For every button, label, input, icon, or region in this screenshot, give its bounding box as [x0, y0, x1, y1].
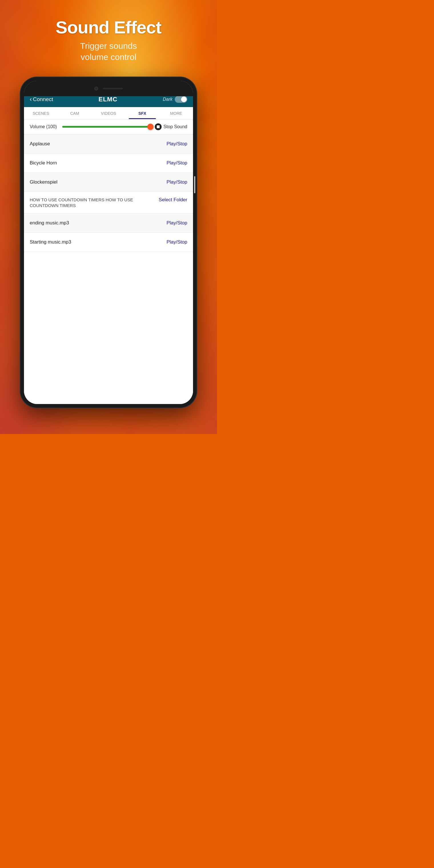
tab-sfx-label: SFX: [138, 111, 146, 116]
sound-name-starting-music: Starting music.mp3: [30, 239, 162, 245]
sound-item-applause: Applause Play/Stop: [24, 134, 193, 154]
sound-item-starting-music: Starting music.mp3 Play/Stop: [24, 233, 193, 252]
phone-camera: [94, 87, 98, 91]
app-title: ELMC: [98, 96, 117, 103]
volume-row: Volume (100) Stop Sound: [24, 119, 193, 134]
play-stop-starting-music[interactable]: Play/Stop: [166, 239, 187, 245]
sound-item-ending-music: ending music.mp3 Play/Stop: [24, 214, 193, 233]
sound-list: Applause Play/Stop Bicycle Horn Play/Sto…: [24, 134, 193, 404]
volume-slider[interactable]: [62, 126, 151, 128]
dark-label: Dark: [163, 97, 173, 102]
sound-name-ending-music: ending music.mp3: [30, 220, 162, 226]
back-button[interactable]: ‹ Connect: [30, 96, 53, 103]
phone-device: 12:51 ▲ ‹ Connect ELMC Dark: [20, 77, 197, 408]
stop-icon-square: [157, 125, 160, 128]
tab-cam[interactable]: CAM: [58, 107, 91, 119]
tab-scenes-label: SCENES: [33, 111, 49, 116]
tab-scenes[interactable]: SCENES: [24, 107, 58, 119]
sound-item-glockenspiel: Glockenspiel Play/Stop: [24, 173, 193, 192]
sound-name-bicycle-horn: Bicycle Horn: [30, 160, 162, 166]
sound-name-folder: HOW TO USE COUNTDOWN TIMERS HOW TO USE C…: [30, 197, 154, 208]
tab-videos-label: VIDEOS: [101, 111, 116, 116]
play-stop-glockenspiel[interactable]: Play/Stop: [166, 179, 187, 185]
toggle-switch[interactable]: [175, 96, 187, 103]
tab-more[interactable]: MORE: [159, 107, 193, 119]
scrollbar-hint: [194, 176, 195, 193]
tab-bar: SCENES CAM VIDEOS SFX MORE: [24, 107, 193, 119]
stop-sound-label: Stop Sound: [163, 124, 187, 129]
sound-item-bicycle-horn: Bicycle Horn Play/Stop: [24, 154, 193, 173]
stop-sound-button[interactable]: Stop Sound: [155, 123, 187, 130]
phone-notch: [24, 81, 193, 96]
tab-sfx[interactable]: SFX: [125, 107, 159, 119]
play-stop-applause[interactable]: Play/Stop: [166, 141, 187, 147]
back-label: Connect: [33, 96, 53, 102]
play-stop-bicycle-horn[interactable]: Play/Stop: [166, 160, 187, 166]
play-stop-ending-music[interactable]: Play/Stop: [166, 220, 187, 226]
phone-screen: 12:51 ▲ ‹ Connect ELMC Dark: [24, 81, 193, 404]
phone-wrapper: 12:51 ▲ ‹ Connect ELMC Dark: [0, 77, 217, 408]
toggle-knob: [181, 96, 187, 102]
tab-cam-label: CAM: [70, 111, 79, 116]
subtitle-line2: volume control: [81, 52, 136, 62]
volume-slider-thumb: [147, 124, 154, 130]
tab-videos[interactable]: VIDEOS: [92, 107, 125, 119]
volume-label: Volume (100): [30, 124, 58, 129]
phone-speaker: [103, 88, 123, 89]
subtitle-line1: Trigger sounds: [80, 41, 137, 51]
page-title: Sound Effect: [0, 17, 217, 37]
stop-icon: [155, 123, 162, 130]
page-header: Sound Effect Trigger sounds volume contr…: [0, 0, 217, 71]
dark-mode-toggle[interactable]: Dark: [163, 96, 187, 103]
back-chevron-icon: ‹: [30, 96, 32, 103]
tab-more-label: MORE: [170, 111, 182, 116]
sound-item-folder: HOW TO USE COUNTDOWN TIMERS HOW TO USE C…: [24, 192, 193, 214]
sound-name-glockenspiel: Glockenspiel: [30, 179, 162, 185]
select-folder-button[interactable]: Select Folder: [159, 197, 187, 203]
sound-name-applause: Applause: [30, 141, 162, 147]
page-subtitle: Trigger sounds volume control: [0, 40, 217, 63]
